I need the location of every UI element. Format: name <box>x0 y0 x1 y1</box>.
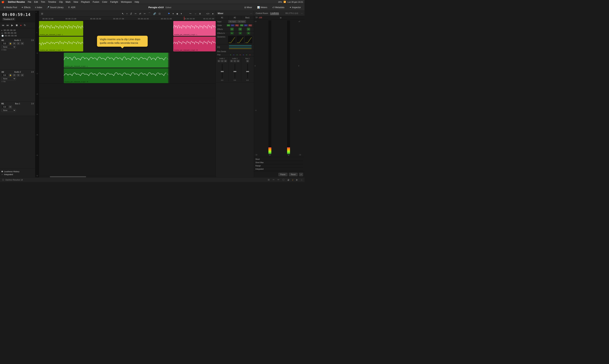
menu-workspace[interactable]: Workspace <box>121 1 132 3</box>
channel-a2-fader-knob[interactable] <box>233 71 236 72</box>
dy-badge-a2[interactable]: DY <box>244 24 248 26</box>
add-tool-button[interactable]: + <box>126 12 129 15</box>
eq-badge-a1[interactable]: EQ <box>235 24 239 26</box>
reset-button[interactable]: Reset <box>289 173 298 176</box>
menu-edit[interactable]: Edit <box>34 1 38 3</box>
menu-help[interactable]: Help <box>135 1 139 3</box>
track-a1-s[interactable]: S <box>17 42 20 45</box>
fx-badge-a1[interactable]: FX <box>227 24 230 26</box>
track-b1-fader[interactable] <box>1 105 8 108</box>
thumbnail-view-button[interactable]: ⊟ <box>41 12 44 15</box>
curve-button[interactable]: ⌒ <box>148 12 151 16</box>
track-b1-effects[interactable]: None <box>1 109 16 112</box>
clip-a1-green-bottom[interactable]: musica_per_ristoranti_2.mp3 - R <box>39 37 83 52</box>
dy-badge-a1[interactable]: DY <box>231 24 234 26</box>
menu-clip[interactable]: Clip <box>59 1 63 3</box>
fusion-icon[interactable]: ⬡ <box>282 178 284 181</box>
ch-a2-r[interactable]: R <box>230 60 233 62</box>
channel-bus1-fader-knob[interactable] <box>246 71 249 72</box>
circle-button[interactable]: ● <box>211 12 214 15</box>
channel-a1-fader-track[interactable] <box>222 64 223 78</box>
mixer-input-a2[interactable]: No Input <box>237 20 246 23</box>
waveform-button[interactable]: 〜 <box>189 12 192 16</box>
track-b1-m[interactable]: M <box>9 105 12 108</box>
menu-file[interactable]: File <box>28 1 31 3</box>
clip-a2-green-bottom[interactable]: musica_per_ristoranti_4.mp3 - R <box>64 68 168 83</box>
menu-fairlight[interactable]: Fairlight <box>110 1 118 3</box>
trim-tool-button[interactable]: ⇵ <box>129 12 133 15</box>
media-icon[interactable]: ⊞ <box>268 178 270 181</box>
razor-tool-button[interactable]: ✂ <box>134 12 137 15</box>
index-button[interactable]: ≡ Index <box>33 5 44 9</box>
effects-in-a1[interactable]: In <box>230 32 234 34</box>
track-a1-m[interactable]: M <box>21 42 24 45</box>
marker-dropdown[interactable]: ▾ <box>180 12 183 15</box>
dynamics-graph-bus1[interactable] <box>245 36 252 43</box>
track-a2-lock[interactable]: 🔒 <box>9 74 12 77</box>
track-a2-effects[interactable]: None <box>1 77 16 80</box>
effects-add-a1[interactable]: + <box>230 28 234 31</box>
inspector-button[interactable]: ✦ Inspector <box>288 5 303 9</box>
app-name[interactable]: DaVinci Resolve <box>8 1 25 3</box>
dynamics-graph-a2[interactable] <box>236 36 244 43</box>
fullscreen-button[interactable]: ⤢ <box>299 173 303 176</box>
edit-icon[interactable]: ✏ <box>277 178 280 181</box>
track-a1-r[interactable]: R <box>13 42 16 45</box>
ch-a1-r[interactable]: R <box>217 60 220 62</box>
code-button[interactable]: </> <box>205 12 210 15</box>
clip-a1-pink-top[interactable]: musica_per_ristoranti_4.mp3 - L <box>173 21 216 36</box>
flag-dropdown[interactable]: ▾ <box>172 12 175 15</box>
clip-a1-green-top[interactable]: musica_per_ristoranti_2.mp3 - L <box>39 21 83 36</box>
integrated-item[interactable]: ✓ Integrated <box>1 173 34 176</box>
effects-in-bus1[interactable]: In <box>247 32 250 34</box>
arrow-right-button[interactable]: → <box>193 12 197 15</box>
channel-bus1-fader-track[interactable] <box>247 64 248 78</box>
effects-add-a2[interactable]: + <box>239 28 242 31</box>
timeline-scrollbar[interactable] <box>39 176 216 177</box>
meters-button[interactable]: 📊 Meters <box>255 5 269 9</box>
track-a2-fader[interactable] <box>1 74 8 77</box>
color-icon[interactable]: ◕ <box>287 178 289 181</box>
mixer-input-a1[interactable]: No Input <box>228 20 237 23</box>
cut-button[interactable]: ✂ <box>143 12 147 15</box>
record-button[interactable]: ● <box>20 23 22 27</box>
menu-view[interactable]: View <box>73 1 78 3</box>
effects-button[interactable]: ✦ Effects <box>20 5 32 9</box>
scroll-thumb[interactable] <box>50 176 86 177</box>
mixer-menu-icon[interactable]: ··· <box>250 12 252 14</box>
channel-a2-fader-track[interactable] <box>234 64 235 78</box>
channel-a1-fader-knob[interactable] <box>221 71 224 72</box>
menu-mark[interactable]: Mark <box>66 1 70 3</box>
mixer-button[interactable]: ⊟ Mixer <box>243 5 254 9</box>
apple-menu[interactable]: 🍎 <box>1 0 4 3</box>
menu-color[interactable]: Color <box>102 1 108 3</box>
menu-fusion[interactable]: Fusion <box>93 1 99 3</box>
menu-trim[interactable]: Trim <box>41 1 45 3</box>
loudness-tab[interactable]: Loudness <box>270 12 279 15</box>
fairlight-icon[interactable]: ♪ <box>292 178 293 181</box>
fx-badge-a2[interactable]: FX <box>240 24 244 26</box>
ch-a1-s[interactable]: S <box>221 60 224 62</box>
metadata-button[interactable]: 🏷 Metadata <box>271 5 286 9</box>
snap-button[interactable]: ⊡ <box>158 12 161 15</box>
track-a1-fader[interactable] <box>1 42 8 45</box>
loudness-history-item[interactable]: Loudness History <box>1 170 34 173</box>
effects-add-bus1[interactable]: + <box>247 28 250 31</box>
loudness-menu-icon[interactable]: ··· <box>301 12 303 14</box>
track-a1-lock[interactable]: 🔒 <box>9 42 12 45</box>
ch-bus1-m[interactable]: M <box>246 60 249 62</box>
effects-in-a2[interactable]: In <box>239 32 242 34</box>
flag-blue-button[interactable]: ⚑ <box>167 12 171 15</box>
go-to-start-button[interactable]: ⏮ <box>1 23 5 27</box>
adr-button[interactable]: 🎙 ADR <box>66 5 77 9</box>
eq-badge-a2[interactable]: EQ <box>248 24 252 26</box>
pause-button[interactable]: Pause <box>278 173 287 176</box>
menu-timeline[interactable]: Timeline <box>48 1 56 3</box>
loop-button[interactable]: ↻ <box>23 23 26 27</box>
track-a2-m[interactable]: M <box>21 74 24 77</box>
clip-a2-green-top[interactable]: musica_per_ristoranti_4.mp3 - L <box>64 53 168 67</box>
clip-a1-pink-bottom[interactable]: musica_per_ristoranti_4.mp3 - R <box>173 37 216 52</box>
home-icon[interactable]: ⌂ <box>301 178 302 181</box>
dynamics-graph-a1[interactable] <box>228 36 236 43</box>
ch-a1-m[interactable]: M <box>224 60 227 62</box>
